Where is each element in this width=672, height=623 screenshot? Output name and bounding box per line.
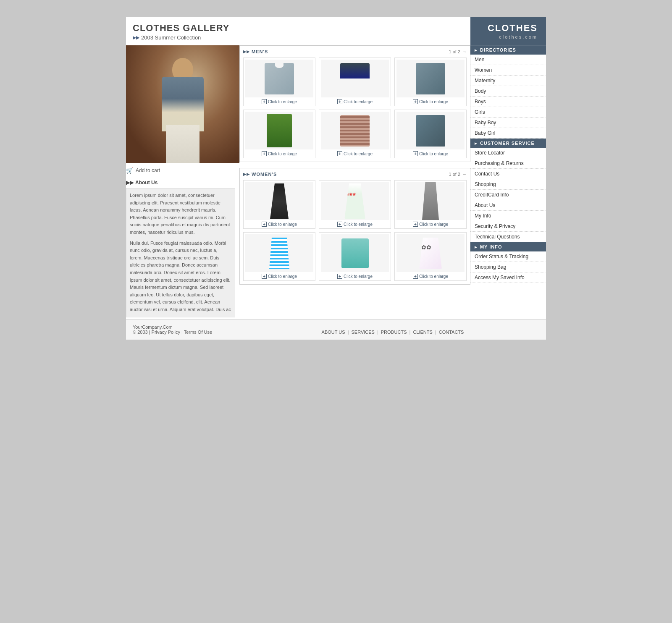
cs-arrow: ► <box>474 141 478 146</box>
sidebar-item-saved-info[interactable]: Access My Saved Info <box>470 272 546 283</box>
sidebar: ► DIRECTORIES Men Women Maternity Body B… <box>470 45 546 283</box>
sidebar-item-men[interactable]: Men <box>470 55 546 65</box>
sidebar-item-order-status[interactable]: Order Status & Tracking <box>470 251 546 262</box>
footer-sep-4: | <box>435 330 436 335</box>
sidebar-item-shopping[interactable]: Shopping <box>470 179 546 190</box>
sidebar-item-technical[interactable]: Technical Questions <box>470 232 546 242</box>
plus-icon-2: + <box>337 99 342 104</box>
sidebar-item-myinfo[interactable]: My Info <box>470 211 546 221</box>
enlarge-4[interactable]: + Click to enlarge <box>245 151 313 156</box>
womens-img-6 <box>396 234 465 272</box>
mi-arrow: ► <box>474 245 478 249</box>
directories-title: ► DIRECTORIES <box>470 45 546 55</box>
mens-grid: + Click to enlarge + Click to enlarge <box>243 58 467 158</box>
sidebar-item-baby-boy[interactable]: Baby Boy <box>470 118 546 128</box>
sidebar-item-baby-girl[interactable]: Baby Girl <box>470 128 546 139</box>
pagination-arrow[interactable]: → <box>462 49 467 54</box>
dress-gray <box>420 182 441 220</box>
mens-item-6[interactable]: + Click to enlarge <box>394 110 467 158</box>
mens-img-3 <box>396 60 465 97</box>
mens-gallery: ▶▶ MEN'S 1 of 2 → + <box>239 45 470 162</box>
footer-sep-1: | <box>348 330 349 335</box>
sidebar-item-body[interactable]: Body <box>470 86 546 97</box>
womens-enlarge-2[interactable]: + Click to enlarge <box>321 222 389 227</box>
enlarge-6[interactable]: + Click to enlarge <box>396 151 465 156</box>
footer-nav-clients[interactable]: CLIENTS <box>413 330 432 335</box>
womens-item-1[interactable]: + Click to enlarge <box>243 180 315 229</box>
footer-nav-products[interactable]: PRODUCTS <box>381 330 407 335</box>
customer-service-title: ► CUSTOMER SERVICE <box>470 139 546 148</box>
womens-item-6[interactable]: + Click to enlarge <box>394 232 467 281</box>
footer: YourCompany.Com © 2003 | Privacy Policy … <box>126 319 546 340</box>
sidebar-item-about[interactable]: About Us <box>470 200 546 211</box>
sidebar-item-maternity[interactable]: Maternity <box>470 76 546 86</box>
sidebar-item-creditcard[interactable]: CreditCard Info <box>470 190 546 200</box>
womens-item-5[interactable]: + Click to enlarge <box>319 232 391 281</box>
about-text: Lorem ipsum dolor sit amet, consectetuer… <box>126 188 235 317</box>
womens-img-2 <box>321 182 389 220</box>
enlarge-2[interactable]: + Click to enlarge <box>321 99 389 104</box>
dress-floral2 <box>418 238 443 269</box>
footer-company: YourCompany.Com <box>133 325 246 330</box>
footer-sep-3: | <box>410 330 411 335</box>
mens-img-2 <box>321 60 389 97</box>
gallery-panel: ▶▶ MEN'S 1 of 2 → + <box>239 45 470 291</box>
mens-title: ▶▶ MEN'S <box>243 49 268 54</box>
enlarge-5[interactable]: + Click to enlarge <box>321 151 389 156</box>
add-to-cart-button[interactable]: 🛒 Add to cart <box>126 167 235 174</box>
womens-enlarge-4[interactable]: + Click to enlarge <box>245 274 313 279</box>
dress-black <box>268 183 291 219</box>
customer-service-section: ► CUSTOMER SERVICE Store Locator Purchas… <box>470 139 546 242</box>
womens-plus-6: + <box>413 274 418 279</box>
womens-item-3[interactable]: + Click to enlarge <box>394 180 467 229</box>
brand-domain: clothes.com <box>499 34 538 39</box>
cart-icon: 🛒 <box>126 167 133 174</box>
womens-plus-3: + <box>413 222 418 227</box>
womens-item-2[interactable]: + Click to enlarge <box>319 180 391 229</box>
footer-sep-2: | <box>377 330 378 335</box>
footer-nav-services[interactable]: SERVICES <box>351 330 374 335</box>
womens-img-5 <box>321 234 389 272</box>
sidebar-item-security[interactable]: Security & Privacy <box>470 221 546 232</box>
sidebar-item-store-locator[interactable]: Store Locator <box>470 148 546 158</box>
shirt-dark-blue <box>416 115 445 147</box>
sidebar-item-boys[interactable]: Boys <box>470 97 546 107</box>
womens-item-4[interactable]: + Click to enlarge <box>243 232 315 281</box>
footer-nav-contacts[interactable]: CONTACTS <box>439 330 464 335</box>
mens-item-3[interactable]: + Click to enlarge <box>394 58 467 106</box>
model-bg <box>126 45 239 163</box>
womens-pagination-arrow[interactable]: → <box>462 172 467 177</box>
enlarge-3[interactable]: + Click to enlarge <box>396 99 465 104</box>
mens-item-5[interactable]: + Click to enlarge <box>319 110 391 158</box>
featured-block: 🛒 Add to cart <box>126 45 235 175</box>
sidebar-item-shopping-bag[interactable]: Shopping Bag <box>470 262 546 272</box>
sidebar-item-purchasing[interactable]: Purchasing & Returns <box>470 158 546 169</box>
womens-plus-2: + <box>337 222 342 227</box>
womens-gallery: ▶▶ WOMEN'S 1 of 2 → + <box>239 168 470 285</box>
footer-nav-about[interactable]: ABOUT US <box>322 330 345 335</box>
womens-enlarge-3[interactable]: + Click to enlarge <box>396 222 465 227</box>
sidebar-item-women[interactable]: Women <box>470 65 546 76</box>
enlarge-1[interactable]: + Click to enlarge <box>245 99 313 104</box>
mens-item-1[interactable]: + Click to enlarge <box>243 58 315 106</box>
header: CLOTHES GALLERY ▶▶ 2003 Summer Collectio… <box>126 17 546 45</box>
sidebar-item-contact[interactable]: Contact Us <box>470 169 546 179</box>
womens-icon: ▶▶ <box>243 172 250 176</box>
womens-enlarge-1[interactable]: + Click to enlarge <box>245 222 313 227</box>
my-info-title: ► MY INFO <box>470 242 546 251</box>
womens-enlarge-6[interactable]: + Click to enlarge <box>396 274 465 279</box>
about-section: ▶▶ About Us Lorem ipsum dolor sit amet, … <box>126 180 235 317</box>
header-title: CLOTHES GALLERY <box>133 23 464 34</box>
sidebar-item-girls[interactable]: Girls <box>470 107 546 118</box>
about-title: ▶▶ About Us <box>126 180 235 186</box>
mens-item-2[interactable]: + Click to enlarge <box>319 58 391 106</box>
about-icon: ▶▶ <box>126 180 134 186</box>
mens-item-4[interactable]: + Click to enlarge <box>243 110 315 158</box>
mens-header: ▶▶ MEN'S 1 of 2 → <box>243 49 467 54</box>
tank-stripe <box>267 238 292 269</box>
womens-enlarge-5[interactable]: + Click to enlarge <box>321 274 389 279</box>
mens-img-4 <box>245 112 313 149</box>
footer-left: YourCompany.Com © 2003 | Privacy Policy … <box>133 325 246 335</box>
womens-title: ▶▶ WOMEN'S <box>243 172 277 177</box>
add-to-cart-row: 🛒 Add to cart <box>126 163 235 175</box>
